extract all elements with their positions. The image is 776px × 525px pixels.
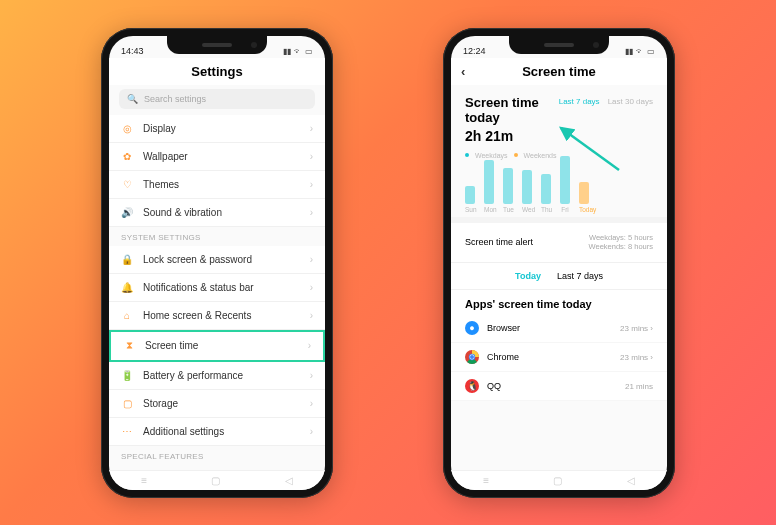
row-label: Themes xyxy=(143,179,179,190)
svg-point-4 xyxy=(470,355,474,359)
phone-settings: 14:43 ▮▮ ᯤ ▭ Settings 🔍 Search settings … xyxy=(101,28,333,498)
app-icon: ● xyxy=(465,321,479,335)
row-icon: ◎ xyxy=(121,123,133,134)
nav-back-icon[interactable]: ◁ xyxy=(627,475,635,486)
nav-recent-icon[interactable]: ≡ xyxy=(141,475,147,486)
screentime-alert-row[interactable]: Screen time alert Weekdays: 5 hours Week… xyxy=(451,223,667,264)
heading-line2: today xyxy=(465,110,539,126)
settings-row[interactable]: ▢ Storage › xyxy=(109,390,325,418)
range-tab-30days[interactable]: Last 30 days xyxy=(608,97,653,106)
row-label: Wallpaper xyxy=(143,151,188,162)
row-icon: ▢ xyxy=(121,398,133,409)
nav-home-icon[interactable]: ▢ xyxy=(211,475,220,486)
legend-dot-weekend xyxy=(514,153,518,157)
chevron-right-icon: › xyxy=(310,123,313,134)
row-icon: 🔊 xyxy=(121,207,133,218)
settings-row[interactable]: 🔒 Lock screen & password › xyxy=(109,246,325,274)
tab-select[interactable]: Today Last 7 days xyxy=(451,263,667,290)
page-title: Settings xyxy=(109,58,325,85)
row-icon: ⋯ xyxy=(121,426,133,437)
settings-list-top: ◎ Display ›✿ Wallpaper ›♡ Themes ›🔊 Soun… xyxy=(109,115,325,227)
app-name: QQ xyxy=(487,381,501,391)
nav-buttons[interactable]: ≡ ▢ ◁ xyxy=(451,470,667,490)
row-icon: ⌂ xyxy=(121,310,133,321)
status-icons: ▮▮ ᯤ ▭ xyxy=(283,47,313,56)
bar-col: Fri xyxy=(560,156,570,213)
status-icons: ▮▮ ᯤ ▭ xyxy=(625,47,655,56)
app-icon xyxy=(465,350,479,364)
app-row[interactable]: ● Browser 23 mins › xyxy=(451,314,667,343)
bar xyxy=(484,160,494,204)
legend-dot-weekday xyxy=(465,153,469,157)
settings-row[interactable]: ◎ Display › xyxy=(109,115,325,143)
row-label: Display xyxy=(143,123,176,134)
section-label-system: SYSTEM SETTINGS xyxy=(109,227,325,246)
back-button[interactable]: ‹ xyxy=(461,64,465,79)
settings-row[interactable]: 🔔 Notifications & status bar › xyxy=(109,274,325,302)
app-name: Browser xyxy=(487,323,520,333)
row-label: Screen time xyxy=(145,340,198,351)
page-title: ‹ Screen time xyxy=(451,58,667,85)
chevron-right-icon: › xyxy=(310,151,313,162)
screentime-chart: SunMonTueWedThuFriToday xyxy=(451,163,667,217)
nav-recent-icon[interactable]: ≡ xyxy=(483,475,489,486)
legend-weekend: Weekends xyxy=(524,152,557,159)
range-tab-7days[interactable]: Last 7 days xyxy=(559,97,600,106)
app-time: 23 mins › xyxy=(620,324,653,333)
bar xyxy=(522,170,532,204)
app-name: Chrome xyxy=(487,352,519,362)
bar xyxy=(560,156,570,204)
row-icon: 🔋 xyxy=(121,370,133,381)
range-tabs[interactable]: Last 7 days Last 30 days xyxy=(559,97,653,106)
nav-home-icon[interactable]: ▢ xyxy=(553,475,562,486)
alert-label: Screen time alert xyxy=(465,237,533,247)
row-label: Lock screen & password xyxy=(143,254,252,265)
bar-col: Mon xyxy=(484,160,494,213)
legend-weekday: Weekdays xyxy=(475,152,508,159)
chevron-right-icon: › xyxy=(310,207,313,218)
notch xyxy=(509,36,609,54)
settings-row[interactable]: ♡ Themes › xyxy=(109,171,325,199)
row-icon: ♡ xyxy=(121,179,133,190)
signal-icon: ▮▮ xyxy=(283,47,291,56)
section-label-special: SPECIAL FEATURES xyxy=(109,446,325,465)
nav-buttons[interactable]: ≡ ▢ ◁ xyxy=(109,470,325,490)
chevron-right-icon: › xyxy=(310,370,313,381)
app-row[interactable]: 🐧 QQ 21 mins xyxy=(451,372,667,401)
nav-back-icon[interactable]: ◁ xyxy=(285,475,293,486)
settings-row[interactable]: 🔋 Battery & performance › xyxy=(109,362,325,390)
chevron-right-icon: › xyxy=(308,340,311,351)
battery-icon: ▭ xyxy=(647,47,655,56)
bar-label: Thu xyxy=(541,206,551,213)
bar xyxy=(465,186,475,204)
search-input[interactable]: 🔍 Search settings xyxy=(119,89,315,109)
row-label: Notifications & status bar xyxy=(143,282,254,293)
app-row[interactable]: Chrome 23 mins › xyxy=(451,343,667,372)
chevron-right-icon: › xyxy=(310,398,313,409)
settings-list-system: 🔒 Lock screen & password ›🔔 Notification… xyxy=(109,246,325,446)
settings-row[interactable]: ✿ Wallpaper › xyxy=(109,143,325,171)
app-icon: 🐧 xyxy=(465,379,479,393)
bar-label: Sun xyxy=(465,206,475,213)
row-label: Home screen & Recents xyxy=(143,310,251,321)
bar-label: Tue xyxy=(503,206,513,213)
signal-icon: ▮▮ xyxy=(625,47,633,56)
apps-list: ● Browser 23 mins › Chrome 23 mins ›🐧 QQ… xyxy=(451,314,667,401)
settings-row[interactable]: ⌂ Home screen & Recents › xyxy=(109,302,325,330)
wifi-icon: ᯤ xyxy=(636,47,644,56)
settings-row[interactable]: ⋯ Additional settings › xyxy=(109,418,325,446)
row-icon: ⧗ xyxy=(123,340,135,352)
tab-last7[interactable]: Last 7 days xyxy=(557,271,603,281)
settings-row[interactable]: 🔊 Sound & vibration › xyxy=(109,199,325,227)
chevron-right-icon: › xyxy=(310,254,313,265)
settings-row[interactable]: ⧗ Screen time › xyxy=(109,330,325,362)
screentime-value: 2h 21m xyxy=(465,128,539,144)
tab-today[interactable]: Today xyxy=(515,271,541,281)
screen: 14:43 ▮▮ ᯤ ▭ Settings 🔍 Search settings … xyxy=(109,36,325,490)
bar xyxy=(579,182,589,204)
row-label: Sound & vibration xyxy=(143,207,222,218)
bar-col: Tue xyxy=(503,168,513,213)
title-text: Screen time xyxy=(522,64,596,79)
app-time: 21 mins xyxy=(625,382,653,391)
bar-col: Sun xyxy=(465,186,475,213)
